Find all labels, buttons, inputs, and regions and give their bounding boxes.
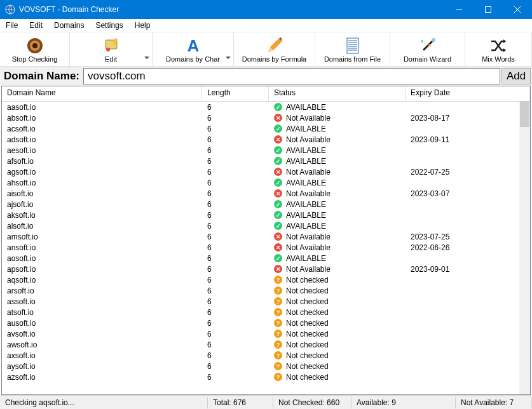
cell-domain: acsoft.io (2, 124, 202, 133)
table-row[interactable]: aosoft.io6✓AVAILABLE (2, 253, 530, 264)
status-text: Not checked (286, 319, 329, 328)
table-row[interactable]: arsoft.io6?Not checked (2, 285, 530, 296)
table-row[interactable]: axsoft.io6?Not checked (2, 350, 530, 361)
status-text: AVAILABLE (286, 146, 326, 155)
domains-from-file-button[interactable]: Domains from File (315, 32, 390, 66)
table-row[interactable]: aesoft.io6✓AVAILABLE (2, 145, 530, 156)
status-text: Not checked (286, 340, 329, 349)
table-row[interactable]: ansoft.io6✕Not Available2022-06-26 (2, 242, 530, 253)
cell-status: ?Not checked (269, 330, 406, 339)
status-text: Not checked (286, 276, 329, 285)
table-row[interactable]: alsoft.io6✓AVAILABLE (2, 220, 530, 231)
status-text: AVAILABLE (286, 103, 326, 112)
table-row[interactable]: ausoft.io6?Not checked (2, 318, 530, 328)
header-status[interactable]: Status (269, 86, 406, 101)
domain-name-input[interactable] (83, 68, 500, 84)
table-row[interactable]: avsoft.io6?Not checked (2, 328, 530, 339)
status-icon: ? (274, 276, 282, 284)
status-text: Not Available (286, 189, 331, 198)
status-icon: ✕ (274, 168, 282, 176)
svg-point-23 (421, 40, 423, 43)
status-icon: ✓ (274, 124, 282, 133)
chevron-down-icon (144, 57, 149, 60)
table-row[interactable]: aisoft.io6✕Not Available2023-03-07 (2, 188, 530, 199)
table-row[interactable]: acsoft.io6✓AVAILABLE (2, 123, 530, 134)
status-icon: ✓ (274, 178, 282, 187)
table-row[interactable]: absoft.io6✕Not Available2023-08-17 (2, 112, 530, 123)
maximize-button[interactable] (474, 0, 503, 19)
svg-rect-2 (486, 7, 491, 13)
status-icon: ✓ (274, 146, 282, 154)
cell-length: 6 (202, 135, 269, 144)
scrollbar[interactable] (519, 102, 530, 394)
cell-length: 6 (202, 211, 269, 220)
cell-domain: avsoft.io (2, 330, 202, 339)
table-row[interactable]: aksoft.io6✓AVAILABLE (2, 210, 530, 220)
table-body[interactable]: aasoft.io6✓AVAILABLEabsoft.io6✕Not Avail… (2, 102, 530, 394)
status-text: Not checked (286, 286, 329, 295)
domains-by-char-button[interactable]: A Domains by Char (153, 32, 234, 66)
cell-length: 6 (202, 200, 269, 209)
status-icon: ✓ (274, 222, 282, 230)
menu-domains[interactable]: Domains (48, 20, 90, 31)
cell-length: 6 (202, 232, 269, 241)
table-row[interactable]: aasoft.io6✓AVAILABLE (2, 102, 530, 112)
domain-wizard-button[interactable]: Domain Wizard (390, 32, 465, 66)
header-expiry[interactable]: Expiry Date (406, 86, 530, 101)
cell-expiry: 2023-09-11 (406, 135, 530, 144)
table-row[interactable]: ahsoft.io6✓AVAILABLE (2, 177, 530, 188)
status-icon: ✓ (274, 211, 282, 219)
status-icon: ✓ (274, 254, 282, 262)
table-row[interactable]: aysoft.io6?Not checked (2, 361, 530, 372)
cell-length: 6 (202, 103, 269, 112)
minimize-button[interactable] (444, 0, 474, 19)
cell-status: ✕Not Available (269, 243, 406, 252)
table-row[interactable]: aqsoft.io6?Not checked (2, 274, 530, 285)
table-row[interactable]: ajsoft.io6✓AVAILABLE (2, 199, 530, 210)
cell-status: ?Not checked (269, 286, 406, 295)
table-row[interactable]: atsoft.io6?Not checked (2, 307, 530, 318)
cell-expiry: 2023-08-17 (406, 114, 530, 123)
menu-help[interactable]: Help (129, 20, 156, 31)
cell-length: 6 (202, 124, 269, 133)
table-row[interactable]: awsoft.io6?Not checked (2, 339, 530, 350)
edit-button[interactable]: Edit (70, 32, 153, 66)
cell-domain: arsoft.io (2, 286, 202, 295)
menu-settings[interactable]: Settings (90, 20, 128, 31)
window-title: VOVSOFT - Domain Checker (19, 5, 444, 14)
mix-words-button[interactable]: Mix Words (465, 32, 532, 66)
table-row[interactable]: amsoft.io6✕Not Available2023-07-25 (2, 231, 530, 242)
stop-checking-icon (25, 36, 44, 55)
cell-status: ✓AVAILABLE (269, 254, 406, 263)
header-length[interactable]: Length (202, 86, 269, 101)
cell-domain: apsoft.io (2, 265, 202, 274)
domains-from-file-label: Domains from File (324, 55, 381, 63)
close-button[interactable] (503, 0, 532, 19)
cell-domain: aksoft.io (2, 211, 202, 220)
table-row[interactable]: apsoft.io6✕Not Available2023-09-01 (2, 264, 530, 274)
cell-status: ✓AVAILABLE (269, 211, 406, 220)
table-row[interactable]: agsoft.io6✕Not Available2022-07-25 (2, 166, 530, 177)
table-row[interactable]: afsoft.io6✓AVAILABLE (2, 156, 530, 166)
table-row[interactable]: azsoft.io6?Not checked (2, 372, 530, 382)
cell-status: ?Not checked (269, 308, 406, 317)
status-text: AVAILABLE (286, 200, 326, 209)
svg-point-25 (432, 38, 435, 42)
status-icon: ✕ (274, 135, 282, 144)
status-text: Not checked (286, 351, 329, 360)
status-not-available: Not Available: 7 (456, 397, 532, 408)
cell-length: 6 (202, 340, 269, 349)
table-row[interactable]: adsoft.io6✕Not Available2023-09-11 (2, 134, 530, 145)
domains-by-formula-button[interactable]: Domains by Formula (234, 32, 315, 66)
add-button[interactable]: Add (501, 68, 531, 84)
cell-domain: ausoft.io (2, 319, 202, 328)
menu-edit[interactable]: Edit (24, 20, 48, 31)
stop-checking-button[interactable]: Stop Checking (0, 32, 70, 66)
table-row[interactable]: assoft.io6?Not checked (2, 296, 530, 307)
status-icon: ? (274, 308, 282, 316)
header-domain[interactable]: Domain Name (2, 86, 202, 101)
cell-status: ✕Not Available (269, 265, 406, 274)
domain-wizard-label: Domain Wizard (404, 55, 451, 63)
menu-file[interactable]: File (0, 20, 24, 31)
scrollbar-thumb[interactable] (520, 102, 529, 127)
